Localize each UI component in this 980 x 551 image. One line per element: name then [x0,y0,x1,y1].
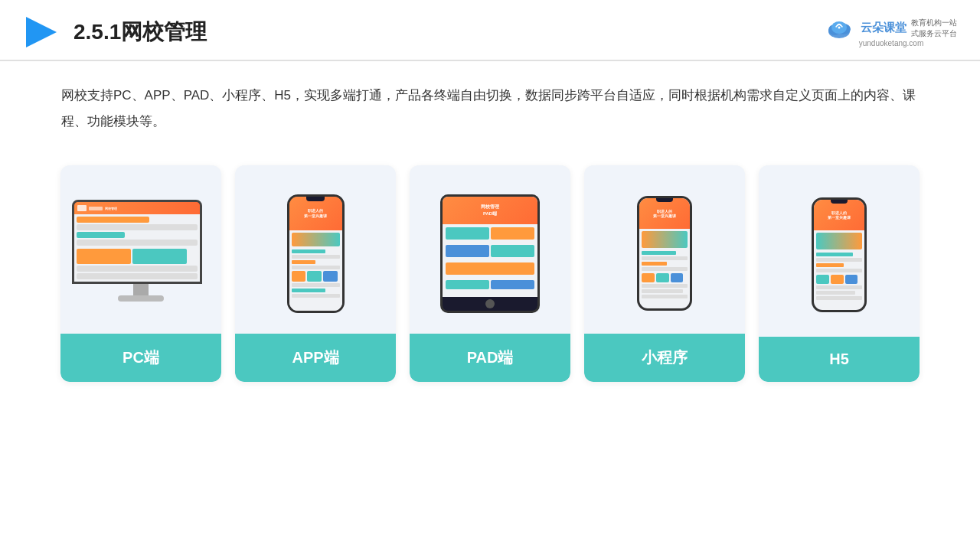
play-icon [23,14,60,51]
card-app: 职进人的第一堂兴趣课 [235,165,396,382]
card-h5-label: H5 [759,337,920,382]
header: 2.5.1网校管理 云朵课堂 教育机构一站 式服务云平台 [0,0,980,61]
card-h5-image: 职进人的第一堂兴趣课 [759,165,920,337]
svg-marker-0 [26,17,57,47]
card-pc-image: 网校管理 [60,165,221,334]
monitor-body: 网校管理 [72,200,202,284]
tagline-line2: 式服务云平台 [911,29,957,37]
app-phone-screen: 职进人的第一堂兴趣课 [289,197,342,311]
monitor-base [118,295,164,302]
pad-tablet-screen: 网校管理PAD端 [443,197,537,297]
app-phone-mockup: 职进人的第一堂兴趣课 [287,194,345,313]
tablet-home-button [485,299,495,308]
miniprogram-notch [656,198,673,202]
h5-screen: 职进人的第一堂兴趣课 [814,200,864,310]
card-pad-image: 网校管理PAD端 [410,165,570,334]
header-left: 2.5.1网校管理 [23,14,207,51]
card-pc: 网校管理 [60,165,221,382]
monitor-screen: 网校管理 [74,202,200,282]
card-pad: 网校管理PAD端 PAD端 [410,165,570,382]
card-app-image: 职进人的第一堂兴趣课 [235,165,396,334]
description-text: 网校支持PC、APP、PAD、小程序、H5，实现多端打通，产品各终端自由切换，数… [0,61,980,142]
logo-url: yunduoketang.com [859,39,924,47]
card-miniprogram: 职进人的第一堂兴趣课 [584,165,745,382]
page-title: 2.5.1网校管理 [74,18,207,47]
pad-tablet-mockup: 网校管理PAD端 [440,194,540,313]
card-miniprogram-image: 职进人的第一堂兴趣课 [584,165,745,334]
cards-container: 网校管理 [0,142,980,405]
svg-point-5 [838,26,841,28]
monitor-neck [133,284,149,295]
card-pc-label: PC端 [60,334,221,382]
card-miniprogram-label: 小程序 [584,334,745,382]
card-pad-label: PAD端 [410,334,570,382]
pc-monitor: 网校管理 [72,200,210,307]
logo-cloud: 云朵课堂 教育机构一站 式服务云平台 [825,18,957,39]
logo-brand-name: 云朵课堂 [861,21,906,35]
logo-tagline-group: 教育机构一站 式服务云平台 [911,18,957,39]
miniprogram-screen: 职进人的第一堂兴趣课 [639,198,690,308]
miniprogram-phone: 职进人的第一堂兴趣课 [637,196,692,311]
logo-cloud-icon [825,18,856,39]
logo-tagline: 教育机构一站 式服务云平台 [911,18,957,39]
logo-text-group: 云朵课堂 [861,21,906,35]
h5-notch [831,200,848,204]
card-app-label: APP端 [235,334,396,382]
app-phone-notch [306,197,325,201]
card-h5: 职进人的第一堂兴趣课 [759,165,920,382]
h5-phone: 职进人的第一堂兴趣课 [812,197,867,312]
tagline-line1: 教育机构一站 [911,18,957,27]
logo-area: 云朵课堂 教育机构一站 式服务云平台 yunduoketang.com [825,18,957,47]
